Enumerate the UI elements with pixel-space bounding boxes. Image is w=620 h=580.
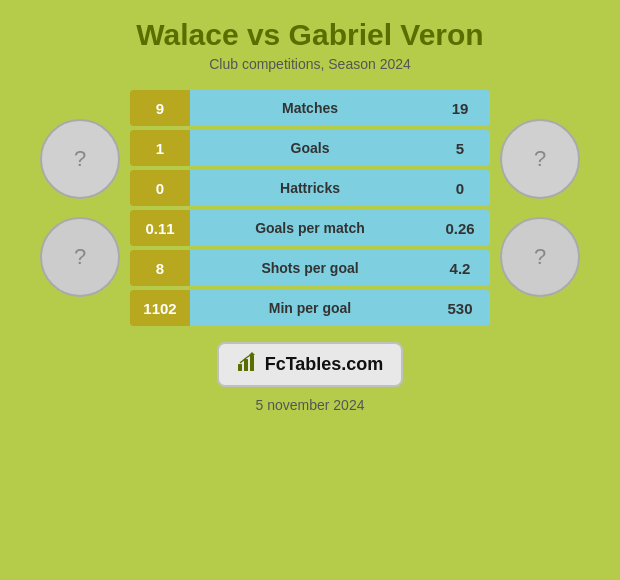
stat-right-value: 0 [430,170,490,206]
right-player-col: ? ? [490,119,590,297]
left-player-col: ? ? [30,119,130,297]
stat-left-value: 9 [130,90,190,126]
stat-row: 1Goals5 [130,130,490,166]
right-player-placeholder-2: ? [534,244,546,270]
svg-rect-0 [238,364,242,371]
stat-row: 1102Min per goal530 [130,290,490,326]
left-player-photo-2: ? [40,217,120,297]
branding-text: FcTables.com [265,354,384,375]
stat-left-value: 1102 [130,290,190,326]
right-player-photo: ? [500,119,580,199]
stat-label: Matches [190,90,430,126]
stat-label: Goals per match [190,210,430,246]
stat-row: 8Shots per goal4.2 [130,250,490,286]
subtitle: Club competitions, Season 2024 [209,56,411,72]
stat-row: 9Matches19 [130,90,490,126]
svg-rect-2 [250,355,254,371]
branding-box: FcTables.com [217,342,404,387]
stat-left-value: 8 [130,250,190,286]
left-player-placeholder-2: ? [74,244,86,270]
date-label: 5 november 2024 [256,397,365,413]
stat-left-value: 1 [130,130,190,166]
stats-column: 9Matches191Goals50Hattricks00.11Goals pe… [130,90,490,326]
stat-label: Hattricks [190,170,430,206]
left-player-placeholder: ? [74,146,86,172]
stat-right-value: 19 [430,90,490,126]
stat-row: 0Hattricks0 [130,170,490,206]
stat-label: Goals [190,130,430,166]
svg-marker-3 [249,352,255,355]
right-player-photo-2: ? [500,217,580,297]
stat-right-value: 530 [430,290,490,326]
stat-row: 0.11Goals per match0.26 [130,210,490,246]
stat-label: Min per goal [190,290,430,326]
stat-left-value: 0 [130,170,190,206]
left-player-photo: ? [40,119,120,199]
right-player-placeholder: ? [534,146,546,172]
stat-label: Shots per goal [190,250,430,286]
svg-rect-1 [244,359,248,371]
chart-icon [237,352,257,377]
stat-right-value: 0.26 [430,210,490,246]
stat-left-value: 0.11 [130,210,190,246]
stat-right-value: 5 [430,130,490,166]
page-title: Walace vs Gabriel Veron [136,18,483,52]
stat-right-value: 4.2 [430,250,490,286]
